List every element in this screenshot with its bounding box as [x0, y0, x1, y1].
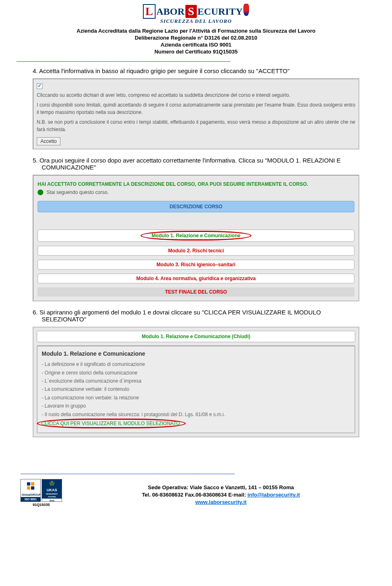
- status-dot-icon: [38, 189, 43, 195]
- svg-rect-3: [31, 486, 34, 490]
- logo-text: ABOR: [156, 6, 185, 17]
- module-detail-header[interactable]: Modulo 1. Relazione e Comunicazione (Chi…: [37, 331, 355, 342]
- header-line1: Azienda Accreditata dalla Regione Lazio …: [33, 28, 359, 35]
- header-line4: Numero del Certificato 91Q15035: [33, 49, 359, 56]
- certification-logos: GlobalGROUP ISO 9001 ♔ UKASMANAGEMENT SY…: [20, 479, 62, 507]
- ukas-label: UKASMANAGEMENT SYSTEMS: [42, 487, 62, 499]
- modulo-4-bar[interactable]: Modulo 4. Area normativa, giuridica e or…: [38, 274, 354, 283]
- click-to-view-link[interactable]: CLICCA QUI PER VISUALIZZARE IL MODULO SE…: [41, 421, 181, 426]
- highlight-underline: CLICCA QUI PER VISUALIZZARE IL MODULO SE…: [37, 419, 186, 428]
- highlight-circle: Modulo 1. Relazione e Comunicazione: [140, 231, 251, 241]
- course-screenshot: HAI ACCETTATO CORRETTAMENTE LA DESCRIZIO…: [33, 175, 359, 301]
- divider-top: ----------------------------------------…: [0, 58, 392, 65]
- globe-icon: [21, 479, 40, 492]
- svg-rect-1: [31, 482, 34, 486]
- crown-icon: ♔: [42, 479, 62, 487]
- logo-l: L: [143, 4, 156, 19]
- course-accepted-header: HAI ACCETTATO CORRETTAMENTE LA DESCRIZIO…: [38, 181, 354, 187]
- module-item-6: - Il ruolo della comunicazione nella sic…: [42, 410, 350, 419]
- global-label: GlobalGROUP: [21, 492, 40, 497]
- module-item-1: - Origine e cenni storici della comunica…: [42, 369, 350, 377]
- module-item-3: - La comunicazione verbale: il contenuto: [42, 385, 350, 393]
- module-item-4: - La comunicazione non verbale: la relaz…: [42, 394, 350, 402]
- modulo-2-bar[interactable]: Modulo 2. Rischi tecnici: [38, 246, 354, 256]
- logo-s: S: [185, 5, 197, 18]
- accept-p2: I corsi disponibili sono limitati, quind…: [37, 101, 355, 116]
- globalgroup-logo: GlobalGROUP ISO 9001: [20, 479, 41, 502]
- svg-rect-0: [27, 482, 30, 486]
- mascot-icon: [243, 4, 249, 16]
- header-line3: Azienda certificata ISO 9001: [33, 42, 359, 49]
- modulo-3-bar[interactable]: Modulo 3. Rischi igienico–sanitari: [38, 260, 354, 270]
- modulo-1-bar[interactable]: Modulo 1. Relazione e Comunicazione: [38, 229, 354, 242]
- ukas-num: 039: [42, 499, 62, 502]
- header-line2: Deliberazione Regionale n° D3126 del 02.…: [33, 35, 359, 42]
- logo-text2: ECURITY: [198, 6, 243, 17]
- logo: LABORSECURITY SICUREZZA DEL LAVORO: [143, 4, 249, 25]
- module-item-2: - L`evoluzione della comunicazione d`imp…: [42, 377, 350, 385]
- page-footer: GlobalGROUP ISO 9001 ♔ UKASMANAGEMENT SY…: [0, 477, 392, 515]
- accetto-button[interactable]: Accetto: [37, 137, 60, 145]
- module-item-0: - La definizione e il significato di com…: [42, 360, 350, 368]
- step-5-text: 5. Ora puoi seguire il corso dopo aver a…: [33, 157, 359, 171]
- iso-label: ISO 9001: [21, 497, 40, 501]
- divider-bottom: ----------------------------------------…: [0, 470, 392, 477]
- modulo-1-label: Modulo 1. Relazione e Comunicazione: [151, 233, 240, 238]
- step-4-text: 4. Accetta l'informativa in basso al riq…: [33, 67, 359, 74]
- footer-web-link[interactable]: www.laborsecurity.it: [195, 499, 247, 505]
- test-finale-bar[interactable]: TEST FINALE DEL CORSO: [38, 287, 354, 296]
- module-item-5: - Lavorare in gruppo: [42, 402, 350, 410]
- accept-checkbox[interactable]: [37, 83, 42, 89]
- module-title: Modulo 1. Relazione e Comunicazione: [42, 350, 350, 357]
- footer-address: Sede Operativa: Viale Sacco e Vanzetti, …: [70, 484, 372, 491]
- step-6-text: 6. Si apriranno gli argomenti del modulo…: [33, 309, 359, 323]
- svg-rect-2: [27, 486, 30, 490]
- module-detail-screenshot: Modulo 1. Relazione e Comunicazione (Chi…: [33, 327, 359, 437]
- accept-screenshot: Cliccando su accetto dichiari di aver le…: [33, 78, 359, 149]
- accept-p3: N.B. se non porti a conclusione il corso…: [37, 118, 355, 133]
- footer-tel: Tel. 06-83608632 Fax.06-83608634 E-mail:…: [70, 491, 372, 499]
- page-header: LABORSECURITY SICUREZZA DEL LAVORO Azien…: [0, 0, 392, 58]
- following-text: Stai seguendo questo corso.: [47, 189, 109, 195]
- descrizione-corso-bar[interactable]: DESCRIZIONE CORSO: [38, 201, 354, 212]
- footer-contact: Sede Operativa: Viale Sacco e Vanzetti, …: [70, 479, 372, 506]
- footer-email-link[interactable]: info@laborsecurity.it: [247, 492, 300, 498]
- logo-subtitle: SICUREZZA DEL LAVORO: [143, 18, 249, 25]
- certificate-number: 91Q15035: [33, 503, 50, 507]
- accept-p1: Cliccando su accetto dichiari di aver le…: [37, 91, 355, 99]
- module-detail-box: Modulo 1. Relazione e Comunicazione - La…: [37, 345, 355, 433]
- ukas-logo: ♔ UKASMANAGEMENT SYSTEMS 039: [42, 479, 62, 502]
